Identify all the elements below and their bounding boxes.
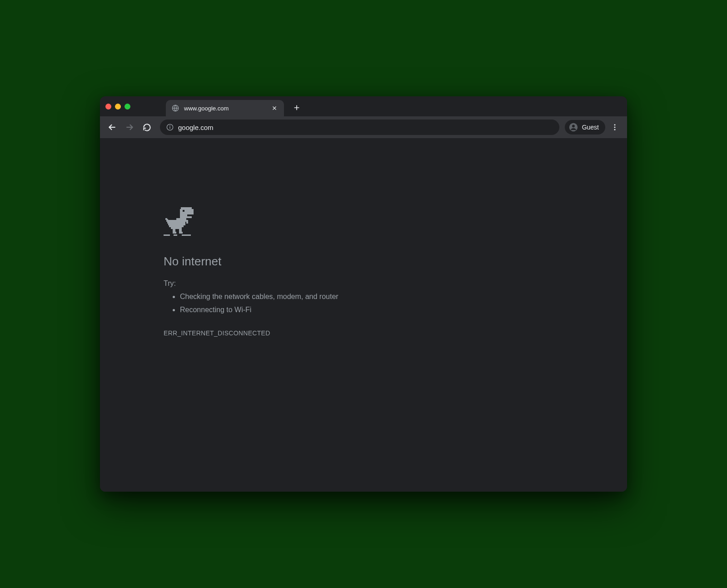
svg-rect-22 [183, 210, 184, 212]
globe-icon [171, 104, 179, 112]
svg-point-10 [170, 125, 170, 126]
svg-rect-19 [180, 213, 194, 214]
suggestion-item: Reconnecting to Wi-Fi [180, 304, 609, 317]
svg-rect-32 [186, 222, 188, 224]
svg-rect-30 [171, 227, 182, 229]
svg-point-14 [614, 127, 616, 128]
close-tab-button[interactable] [270, 104, 279, 112]
svg-rect-34 [166, 219, 168, 221]
error-title: No internet [164, 254, 609, 269]
svg-rect-37 [179, 229, 182, 232]
titlebar: www.google.com [100, 96, 627, 116]
kebab-menu-button[interactable] [607, 120, 622, 135]
window-maximize-button[interactable] [124, 104, 130, 110]
svg-rect-40 [174, 234, 177, 236]
address-bar[interactable]: google.com [160, 120, 559, 135]
toolbar: google.com Guest [100, 116, 627, 138]
svg-rect-36 [173, 232, 176, 234]
back-button[interactable] [105, 120, 120, 135]
forward-button[interactable] [122, 120, 137, 135]
window-minimize-button[interactable] [115, 104, 121, 110]
svg-rect-35 [173, 229, 175, 232]
svg-rect-31 [185, 220, 188, 222]
svg-rect-39 [164, 234, 170, 236]
browser-tab[interactable]: www.google.com [166, 100, 284, 116]
dino-icon[interactable] [164, 206, 609, 241]
error-code: ERR_INTERNET_DISCONNECTED [164, 329, 609, 337]
address-bar-url: google.com [178, 124, 214, 131]
svg-rect-26 [168, 224, 185, 225]
svg-rect-16 [181, 207, 192, 209]
svg-rect-28 [176, 218, 185, 220]
svg-rect-21 [180, 216, 192, 218]
svg-point-13 [614, 124, 616, 125]
tab-title: www.google.com [184, 105, 266, 112]
svg-rect-41 [182, 234, 191, 236]
svg-rect-27 [167, 220, 185, 224]
new-tab-button[interactable] [290, 101, 303, 114]
svg-rect-20 [180, 214, 187, 216]
browser-window: www.google.com [100, 96, 627, 492]
svg-rect-17 [180, 209, 194, 211]
page-content: No internet Try: Checking the network ca… [100, 138, 627, 492]
suggestion-item: Checking the network cables, modem, and … [180, 290, 609, 304]
profile-label: Guest [582, 124, 599, 131]
svg-point-12 [572, 125, 575, 128]
svg-rect-38 [179, 232, 183, 234]
svg-rect-18 [180, 211, 194, 213]
svg-point-15 [614, 129, 616, 130]
site-info-icon[interactable] [166, 124, 174, 131]
profile-button[interactable]: Guest [565, 120, 605, 135]
reload-button[interactable] [139, 120, 154, 135]
suggestion-list: Checking the network cables, modem, and … [164, 290, 609, 317]
try-label: Try: [164, 279, 609, 288]
avatar-icon [568, 122, 578, 132]
svg-rect-29 [169, 225, 184, 227]
window-close-button[interactable] [105, 104, 111, 110]
traffic-lights [105, 104, 130, 110]
